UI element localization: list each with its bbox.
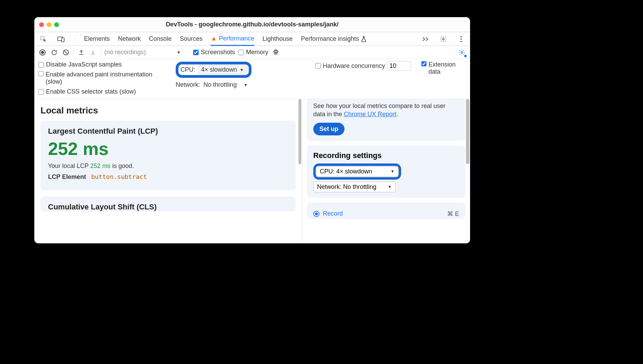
cpu-value: 4× slowdown [201, 66, 237, 73]
screenshots-input[interactable] [193, 50, 199, 55]
left-pane: Local metrics Largest Contentful Paint (… [34, 99, 302, 243]
field-data-text: See how your local metrics compare to re… [313, 102, 459, 119]
memory-label: Memory [246, 49, 268, 56]
settings-left-col: Disable JavaScript samples Enable advanc… [38, 61, 162, 95]
lcp-value: 252 ms [48, 138, 288, 159]
network-throttle-select-side[interactable]: Network: No throttling ▼ [313, 182, 396, 192]
lcp-element-row: LCP Element button.subtract [48, 173, 288, 181]
maximize-window-button[interactable] [54, 22, 59, 27]
record-label: Record [323, 210, 343, 217]
set-up-button[interactable]: Set up [313, 123, 344, 135]
scrollbar-left[interactable] [299, 99, 301, 164]
chevron-down-icon: ▼ [244, 83, 248, 87]
record-row: Record ⌘ E [313, 208, 459, 218]
upload-profile-icon[interactable] [77, 48, 85, 57]
window-controls [39, 22, 59, 27]
recordings-dropdown[interactable]: (no recordings) ▼ [104, 49, 181, 56]
more-tabs-icon[interactable] [421, 34, 430, 44]
svg-point-6 [460, 41, 462, 42]
lcp-element-code[interactable]: button.subtract [91, 173, 147, 180]
hardware-concurrency-row[interactable]: Hardware concurrency [315, 61, 411, 71]
tab-performance-insights[interactable]: Performance insights [301, 32, 366, 46]
record-button[interactable]: Record [313, 210, 343, 217]
hw-concurrency-checkbox[interactable] [315, 63, 321, 69]
lcp-element-label: LCP Element [48, 173, 86, 180]
cls-title: Cumulative Layout Shift (CLS) [48, 203, 288, 211]
minimize-window-button[interactable] [47, 22, 51, 27]
network-throttle-select[interactable]: No throttling ▼ [203, 81, 248, 88]
reload-record-icon[interactable] [50, 48, 58, 57]
cls-card: Cumulative Layout Shift (CLS) [40, 196, 296, 211]
chevron-down-icon: ▼ [177, 50, 181, 55]
record-dot-icon [313, 211, 319, 217]
enable-css-label: Enable CSS selector stats (slow) [46, 88, 136, 95]
clear-icon[interactable] [62, 48, 70, 57]
panel-tabbar: Elements Network Console Sources ▲ Perfo… [34, 32, 470, 46]
disable-js-input[interactable] [38, 62, 44, 68]
tab-network[interactable]: Network [118, 32, 141, 46]
tab-elements[interactable]: Elements [84, 32, 110, 46]
disable-js-samples-checkbox[interactable]: Disable JavaScript samples [38, 61, 162, 68]
tab-performance[interactable]: ▲ Performance [211, 32, 254, 46]
window-title: DevTools - googlechrome.github.io/devtoo… [34, 21, 470, 28]
devtools-window: DevTools - googlechrome.github.io/devtoo… [34, 17, 470, 243]
tab-perf-insights-label: Performance insights [301, 35, 359, 43]
tab-console[interactable]: Console [149, 32, 172, 46]
cpu-side-value: CPU: 4× slowdown [320, 168, 372, 175]
network-throttle-row: Network: No throttling ▼ [176, 81, 252, 88]
device-toolbar-icon[interactable] [56, 34, 66, 44]
svg-point-4 [460, 36, 462, 37]
disable-js-label: Disable JavaScript samples [46, 61, 122, 68]
svg-point-5 [460, 38, 462, 40]
cpu-throttle-row: CPU: 4× slowdown ▼ [176, 62, 252, 78]
extension-data-row[interactable]: Extension data [421, 61, 466, 75]
kebab-menu-icon[interactable] [456, 34, 466, 44]
cpu-label: CPU: [180, 66, 195, 73]
svg-point-8 [41, 51, 44, 54]
settings-right-col: Hardware concurrency Extension data [315, 61, 466, 75]
enable-css-input[interactable] [38, 89, 44, 95]
screenshots-checkbox[interactable]: Screenshots [193, 49, 235, 56]
network-side-value: Network: No throttling [317, 183, 376, 191]
hw-concurrency-input[interactable] [387, 61, 411, 71]
network-label: Network: [176, 81, 200, 88]
flask-icon [361, 36, 366, 42]
cpu-highlight-side: CPU: 4× slowdown ▼ [313, 163, 401, 180]
memory-checkbox[interactable]: Memory [238, 49, 268, 56]
chevron-down-icon: ▼ [240, 68, 244, 72]
enable-paint-input[interactable] [38, 71, 44, 76]
extension-data-checkbox[interactable] [421, 61, 426, 66]
inspect-element-icon[interactable] [38, 34, 48, 44]
capture-settings-panel: Disable JavaScript samples Enable advanc… [34, 59, 470, 99]
close-window-button[interactable] [39, 22, 44, 27]
tab-lighthouse[interactable]: Lighthouse [262, 32, 293, 46]
chevron-down-icon: ▼ [390, 169, 395, 174]
capture-settings-icon[interactable] [458, 48, 466, 57]
enable-paint-label: Enable advanced paint instrumentation (s… [46, 71, 162, 85]
scrollbar-right[interactable] [466, 99, 469, 164]
separator [101, 49, 101, 56]
lcp-sentence-post: is good. [110, 162, 134, 169]
lcp-card: Largest Contentful Paint (LCP) 252 ms Yo… [40, 121, 296, 190]
recording-settings-title: Recording settings [313, 151, 459, 160]
recordings-label: (no recordings) [104, 49, 146, 56]
record-button-icon[interactable] [38, 48, 47, 57]
lcp-sentence-pre: Your local LCP [48, 162, 90, 169]
enable-paint-checkbox[interactable]: Enable advanced paint instrumentation (s… [38, 71, 162, 85]
enable-css-stats-checkbox[interactable]: Enable CSS selector stats (slow) [38, 88, 162, 95]
crux-link[interactable]: Chrome UX Report [344, 111, 396, 118]
download-profile-icon[interactable] [89, 48, 97, 57]
lcp-sentence-val: 252 ms [90, 162, 110, 169]
settings-mid-col: CPU: 4× slowdown ▼ Network: No throttlin… [176, 62, 252, 88]
svg-rect-2 [62, 38, 64, 42]
garbage-collect-icon[interactable] [272, 48, 280, 57]
cpu-highlight: CPU: 4× slowdown ▼ [176, 62, 252, 78]
settings-icon[interactable] [439, 34, 448, 44]
cpu-throttle-select-side[interactable]: CPU: 4× slowdown ▼ [316, 166, 398, 177]
recording-settings-card: Recording settings CPU: 4× slowdown ▼ Ne… [307, 146, 465, 198]
cpu-throttle-select[interactable]: 4× slowdown ▼ [198, 65, 247, 74]
svg-point-3 [443, 38, 444, 40]
memory-input[interactable] [238, 50, 244, 55]
titlebar: DevTools - googlechrome.github.io/devtoo… [34, 17, 470, 32]
tab-sources[interactable]: Sources [180, 32, 202, 46]
